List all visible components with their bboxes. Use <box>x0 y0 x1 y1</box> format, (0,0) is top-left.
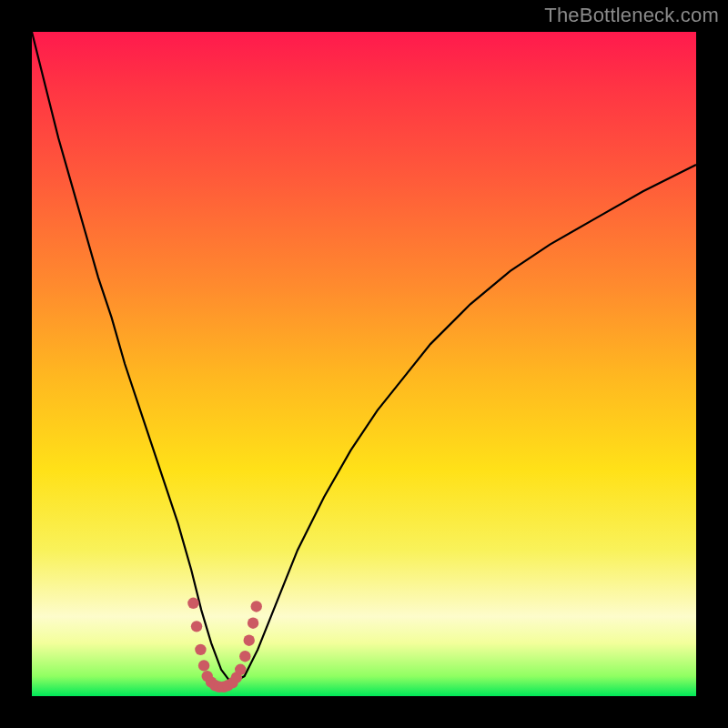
curve-svg <box>32 32 696 696</box>
marker-dot <box>187 598 198 609</box>
plot-area <box>32 32 696 696</box>
marker-dot <box>244 634 255 645</box>
chart-frame: TheBottleneck.com <box>0 0 728 728</box>
flat-bottom-dots <box>187 598 262 693</box>
marker-dot <box>191 621 202 632</box>
marker-dot <box>198 660 209 671</box>
watermark-label: TheBottleneck.com <box>544 4 719 27</box>
bottleneck-curve <box>32 32 696 682</box>
marker-dot <box>248 618 258 629</box>
marker-dot <box>195 644 206 655</box>
marker-dot <box>239 651 250 662</box>
marker-dot <box>235 664 246 675</box>
marker-dot <box>251 601 262 612</box>
